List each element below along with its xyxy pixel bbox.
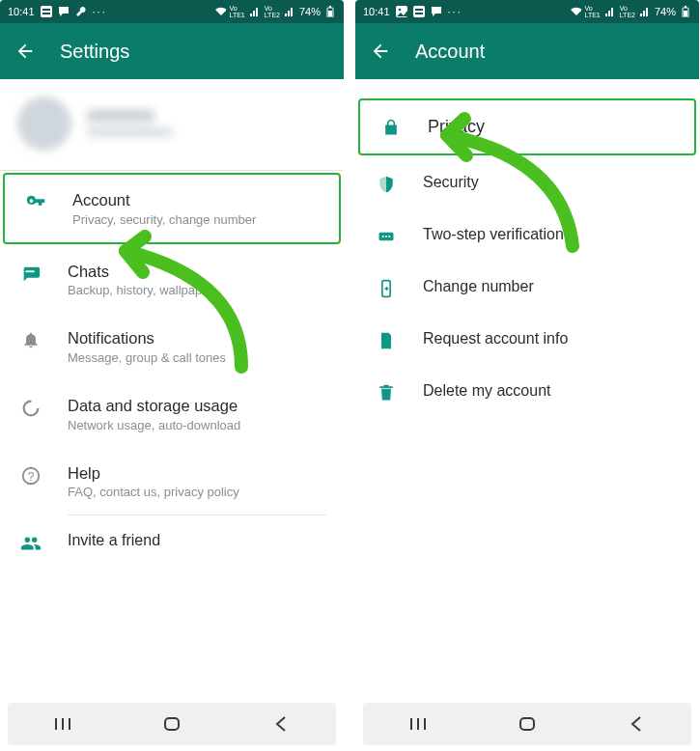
item-label: Change number — [423, 277, 682, 296]
lte1-label: VoLTE1 — [230, 5, 245, 18]
item-label: Chats — [68, 262, 326, 282]
app-badge-icon — [413, 6, 425, 17]
bell-icon — [17, 328, 44, 349]
battery-icon — [680, 6, 691, 17]
settings-item-account[interactable]: Account Privacy, security, change number — [3, 173, 341, 244]
back-button[interactable] — [14, 40, 37, 63]
item-label: Account — [72, 190, 333, 210]
document-icon — [373, 329, 400, 350]
battery-percent: 74% — [655, 6, 676, 17]
svg-rect-6 — [26, 270, 35, 272]
chat-icon — [58, 6, 70, 17]
signal1-icon — [249, 6, 261, 17]
settings-item-invite[interactable]: Invite a friend — [0, 515, 344, 570]
svg-rect-2 — [42, 13, 50, 14]
nav-home-button[interactable] — [508, 712, 546, 736]
nav-home-button[interactable] — [153, 712, 191, 736]
account-item-request[interactable]: Request account info — [355, 314, 699, 366]
account-item-delete[interactable]: Delete my account — [355, 366, 699, 418]
settings-item-help[interactable]: ? Help FAQ, contact us, privacy policy — [0, 448, 344, 515]
svg-rect-21 — [685, 6, 686, 8]
key-icon — [22, 190, 49, 213]
signal1-icon — [604, 6, 616, 17]
item-sub: Backup, history, wallpaper — [68, 283, 326, 297]
lte2-label: VoLTE2 — [265, 5, 280, 18]
lte1-label: VoLTE1 — [585, 5, 601, 18]
item-label: Help — [68, 463, 326, 484]
left-screen: 10:41 ··· VoLTE1 VoLTE2 74% — [0, 0, 344, 751]
item-label: Data and storage usage — [68, 396, 326, 416]
nav-back-button[interactable] — [617, 712, 656, 736]
svg-rect-16 — [413, 6, 425, 17]
trash-icon — [373, 381, 400, 403]
svg-point-15 — [398, 9, 401, 12]
divider — [0, 170, 344, 171]
chat-icon — [431, 6, 442, 17]
profile-row[interactable] — [0, 79, 344, 170]
item-sub: FAQ, contact us, privacy policy — [68, 485, 326, 499]
item-label: Request account info — [423, 329, 682, 348]
svg-point-7 — [24, 402, 39, 416]
item-sub: Network usage, auto-download — [68, 418, 326, 432]
data-usage-icon — [17, 396, 44, 419]
svg-rect-4 — [328, 11, 332, 16]
item-label: Security — [423, 173, 682, 192]
more-dots: ··· — [448, 6, 462, 17]
svg-point-23 — [382, 235, 384, 236]
lock-icon — [378, 116, 405, 137]
more-dots: ··· — [93, 6, 107, 17]
item-label: Notifications — [68, 328, 326, 348]
settings-item-notifications[interactable]: Notifications Message, group & call tone… — [0, 313, 344, 380]
settings-item-chats[interactable]: Chats Backup, history, wallpaper — [0, 246, 344, 314]
shield-icon — [373, 173, 400, 194]
nav-recents-button[interactable] — [43, 712, 82, 736]
svg-point-25 — [388, 235, 390, 236]
app-bar: Settings — [0, 23, 344, 79]
app-badge-icon — [41, 6, 52, 17]
svg-rect-18 — [415, 13, 423, 14]
appbar-title: Account — [415, 41, 485, 63]
signal2-icon — [284, 6, 295, 17]
svg-rect-1 — [42, 9, 50, 11]
nav-recents-button[interactable] — [399, 712, 437, 736]
right-screen: 10:41 ··· VoLTE1 VoLTE2 74% — [355, 0, 699, 751]
gallery-icon — [396, 6, 407, 17]
svg-rect-30 — [520, 718, 534, 730]
svg-rect-17 — [415, 9, 423, 11]
phone-swap-icon — [373, 277, 400, 298]
item-label: Invite a friend — [68, 531, 326, 550]
profile-text — [87, 110, 172, 137]
battery-icon — [324, 6, 336, 17]
status-time: 10:41 — [8, 6, 35, 17]
svg-rect-20 — [684, 11, 687, 16]
android-navbar — [363, 703, 691, 745]
nav-back-button[interactable] — [262, 712, 300, 736]
pin-icon — [373, 225, 400, 246]
appbar-title: Settings — [60, 41, 129, 63]
signal2-icon — [639, 6, 651, 17]
account-item-privacy[interactable]: Privacy — [358, 98, 696, 155]
svg-point-24 — [385, 235, 387, 236]
settings-item-data[interactable]: Data and storage usage Network usage, au… — [0, 380, 344, 448]
android-navbar — [8, 703, 336, 745]
svg-rect-0 — [41, 6, 52, 17]
app-bar: Account — [355, 23, 699, 79]
wrench-icon — [75, 6, 87, 17]
account-item-security[interactable]: Security — [355, 157, 699, 209]
svg-rect-13 — [165, 718, 179, 730]
people-icon — [17, 531, 44, 554]
item-sub: Message, group & call tones — [68, 350, 326, 365]
status-bar: 10:41 ··· VoLTE1 VoLTE2 74% — [0, 0, 344, 23]
help-icon: ? — [17, 463, 44, 487]
lte2-label: VoLTE2 — [620, 5, 635, 18]
status-time: 10:41 — [363, 6, 390, 17]
status-bar: 10:41 ··· VoLTE1 VoLTE2 74% — [355, 0, 699, 23]
account-item-twostep[interactable]: Two-step verification — [355, 209, 699, 262]
item-label: Delete my account — [423, 381, 682, 401]
battery-percent: 74% — [299, 6, 321, 17]
account-item-changenum[interactable]: Change number — [355, 262, 699, 314]
back-button[interactable] — [369, 40, 392, 63]
wifi-icon — [214, 6, 226, 17]
chat-bubble-icon — [17, 262, 44, 285]
item-sub: Privacy, security, change number — [72, 212, 333, 227]
